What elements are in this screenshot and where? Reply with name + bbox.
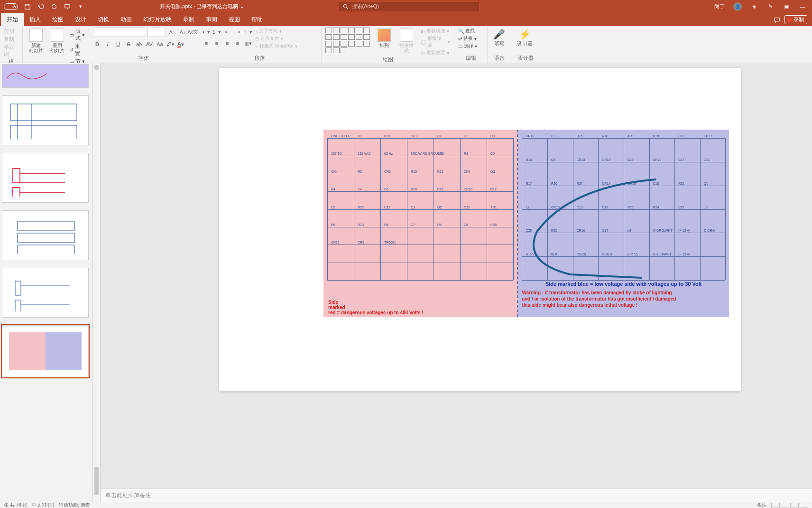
current-slide: LINE FILTERR1CR1FU1C1C2C3107 TO135 VAC60…	[219, 68, 741, 391]
recording-button[interactable]: 录制	[784, 15, 807, 24]
bullets-button[interactable]: •≡▾	[202, 28, 211, 36]
redo-icon[interactable]	[50, 3, 58, 10]
diamond-icon[interactable]: ◈	[750, 3, 758, 10]
align-right-button[interactable]: ≡	[223, 39, 231, 47]
align-center-button[interactable]: ≡	[212, 39, 221, 47]
arrange-button[interactable]: 排列	[376, 28, 393, 49]
slide-thumbnail[interactable]	[2, 153, 89, 203]
char-spacing-button[interactable]: AV	[145, 40, 154, 48]
tab-help[interactable]: 帮助	[246, 13, 268, 26]
user-avatar-icon[interactable]: 👤	[733, 2, 742, 11]
tab-record[interactable]: 录制	[177, 13, 200, 26]
save-icon[interactable]	[24, 3, 31, 10]
shape-fill-button[interactable]: ◐ 形状填充 ▾	[421, 28, 450, 34]
blue-caption: Side marked blue = low voltage side with…	[518, 281, 729, 287]
text-direction-button[interactable]: ↕ 文字方向 ▾	[255, 28, 297, 34]
red-caption-3: red = dangerous voltages up to 400 Volts…	[328, 310, 424, 315]
slide-thumbnail[interactable]	[2, 95, 89, 145]
decrease-font-icon[interactable]: A↓	[178, 28, 187, 37]
tab-home[interactable]: 开始	[1, 13, 24, 26]
search-box[interactable]: 搜索(Alt+Q)	[339, 2, 479, 11]
notes-pane[interactable]: 单击此处添加备注	[101, 489, 812, 502]
slide-thumbnail-panel[interactable]	[0, 63, 93, 502]
replace-button[interactable]: ⇄ 替换 ▾	[458, 35, 477, 42]
find-button[interactable]: 🔍 查找	[458, 28, 477, 34]
indent-decrease-button[interactable]: ⇤	[223, 28, 231, 36]
autosave-toggle[interactable]: 关	[4, 3, 18, 10]
slide-thumbnail[interactable]	[2, 64, 89, 88]
thumbnail-scrollbar[interactable]	[93, 63, 101, 502]
font-color-button[interactable]: A▾	[176, 40, 185, 48]
paragraph-group-label: 段落	[202, 55, 317, 63]
indent-increase-button[interactable]: ⇥	[233, 28, 242, 36]
increase-font-icon[interactable]: A↑	[168, 28, 176, 37]
slide-thumbnail-active[interactable]	[2, 325, 89, 377]
minimize-icon[interactable]: —	[799, 3, 806, 10]
present-icon[interactable]	[64, 3, 71, 10]
svg-rect-1	[26, 4, 28, 6]
slide-thumbnail[interactable]	[2, 210, 89, 260]
shape-effects-button[interactable]: ◎ 形状效果 ▾	[421, 49, 450, 56]
quick-styles-button[interactable]: 快速样式	[396, 28, 418, 54]
notes-toggle[interactable]: 备注	[757, 502, 766, 508]
reuse-slide-button[interactable]: 重用 幻灯片	[48, 28, 66, 54]
font-size-select[interactable]	[147, 28, 166, 37]
tab-design[interactable]: 设计	[69, 13, 92, 26]
strike-button[interactable]: S	[124, 40, 133, 48]
tab-slideshow[interactable]: 幻灯片放映	[138, 13, 177, 26]
accessibility-indicator[interactable]: 辅助功能: 调查	[59, 502, 90, 508]
change-case-button[interactable]: Aa	[156, 40, 164, 48]
title-bar: 关 ▾ 开关电源.pptx · 已保存到这台电脑 ⌄ 搜索(Alt+Q) 尚宁 …	[0, 0, 812, 13]
cut-button[interactable]: 剪切	[4, 28, 18, 35]
layout-button[interactable]: ▭ 版式 ▾	[69, 28, 85, 42]
designer-button[interactable]: ⚡设 计器	[515, 28, 535, 47]
dictate-button[interactable]: 🎤听写	[491, 28, 507, 47]
record-dot-icon	[788, 18, 792, 22]
pen-icon[interactable]: ✎	[766, 3, 774, 10]
status-bar: 张 共 76 张 中文(中国) 辅助功能: 调查 备注	[0, 502, 812, 508]
clear-format-icon[interactable]: A⌫	[189, 28, 197, 37]
tab-review[interactable]: 审阅	[200, 13, 223, 26]
slide-canvas[interactable]: LINE FILTERR1CR1FU1C1C2C3107 TO135 VAC60…	[101, 63, 812, 489]
numbering-button[interactable]: 1≡▾	[212, 28, 221, 36]
align-justify-button[interactable]: ≡	[233, 39, 242, 47]
align-text-button[interactable]: ⊟ 对齐文本 ▾	[255, 35, 297, 42]
qat-more-icon[interactable]: ▾	[77, 3, 84, 10]
slide-thumbnail[interactable]	[2, 268, 89, 318]
tab-transitions[interactable]: 切换	[92, 13, 115, 26]
columns-button[interactable]: ▥▾	[244, 39, 252, 47]
tab-draw[interactable]: 绘图	[46, 13, 69, 26]
align-left-button[interactable]: ≡	[202, 39, 211, 47]
language-indicator[interactable]: 中文(中国)	[32, 502, 54, 508]
search-placeholder: 搜索(Alt+Q)	[352, 3, 379, 10]
bold-button[interactable]: B	[93, 40, 102, 48]
tab-animations[interactable]: 动画	[115, 13, 138, 26]
italic-button[interactable]: I	[103, 40, 112, 48]
shadow-button[interactable]: ab	[135, 40, 143, 48]
font-family-select[interactable]	[93, 28, 145, 37]
comments-icon[interactable]	[773, 16, 781, 24]
schematic-image: LINE FILTERR1CR1FU1C1C2C3107 TO135 VAC60…	[323, 130, 729, 317]
editing-group-label: 编辑	[458, 55, 483, 63]
undo-icon[interactable]	[37, 3, 45, 10]
tab-insert[interactable]: 插入	[24, 13, 46, 26]
view-buttons[interactable]	[771, 503, 808, 508]
highlight-color-button[interactable]: 🖍▾	[166, 40, 175, 48]
new-slide-button[interactable]: 新建 幻灯片	[27, 28, 45, 54]
smartart-button[interactable]: ⟐ 转换为 SmartArt ▾	[255, 43, 297, 49]
title-dropdown-icon[interactable]: ⌄	[240, 3, 244, 9]
line-spacing-button[interactable]: ‡≡▾	[244, 28, 252, 36]
svg-rect-3	[65, 4, 70, 8]
shape-outline-button[interactable]: ◯ 形状轮廓 ▾	[421, 35, 450, 48]
underline-button[interactable]: U	[114, 40, 122, 48]
shapes-gallery[interactable]	[325, 28, 373, 53]
svg-rect-16	[18, 233, 74, 243]
copy-button[interactable]: 复制	[4, 36, 18, 43]
select-button[interactable]: ▭ 选择 ▾	[458, 43, 477, 49]
reset-button[interactable]: ↺ 重置	[69, 43, 85, 57]
window-layout-icon[interactable]: ▣	[783, 3, 790, 10]
format-painter-button[interactable]: 格式刷	[4, 44, 18, 58]
warning-line-3: this side might bear also dangerous leth…	[522, 302, 729, 308]
slide-counter: 张 共 76 张	[4, 502, 27, 508]
tab-view[interactable]: 视图	[223, 13, 246, 26]
